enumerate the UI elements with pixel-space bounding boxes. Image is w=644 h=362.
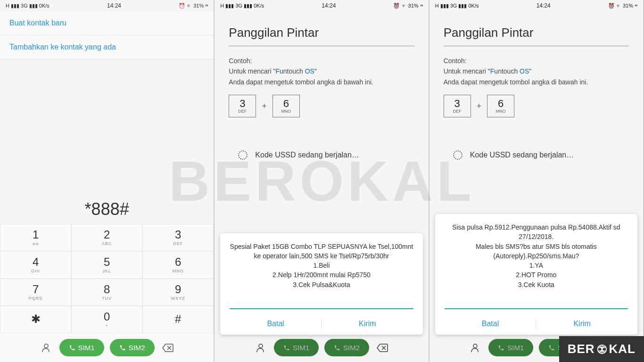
- plus-separator: +: [262, 101, 267, 111]
- key-star[interactable]: ✱: [0, 306, 71, 333]
- svg-point-1: [259, 344, 263, 348]
- smart-call-example: Contoh: Untuk mencari "Funtouch OS" Anda…: [229, 56, 414, 87]
- svg-point-2: [473, 344, 477, 348]
- smart-call-title: Panggilan Pintar: [229, 25, 414, 46]
- key-9[interactable]: 9WXYZ: [142, 279, 214, 306]
- key-5[interactable]: 5JKL: [71, 251, 142, 279]
- cancel-button[interactable]: Batal: [230, 313, 322, 335]
- phone-screen-2: H ▮▮▮ 3G ▮▮▮ 0K/s 14:24 ⏰ ᯤ 31% ▭ Panggi…: [215, 0, 429, 362]
- spinner-icon: [453, 150, 462, 160]
- status-battery: ⏰ ᯤ 31% ▭: [179, 3, 208, 9]
- key-0[interactable]: 0+: [71, 306, 142, 333]
- call-sim2-button[interactable]: SIM2: [110, 339, 155, 356]
- ussd-message: Spesial Paket 15GB Combo TLP SEPUASNYA k…: [230, 242, 413, 289]
- status-bar: H ▮▮▮ 3G ▮▮▮ 0K/s 14:24 ⏰ ᯤ 31% ▭: [429, 0, 643, 11]
- backspace-icon: [375, 340, 390, 355]
- create-contact-button[interactable]: Buat kontak baru: [0, 11, 214, 35]
- key-hash[interactable]: #: [142, 306, 214, 333]
- example-key-6: 6MNO: [272, 95, 300, 117]
- ussd-message: Sisa pulsa Rp.5912.Penggunaan pulsa Rp.5…: [445, 222, 628, 289]
- example-key-row: 3DEF + 6MNO: [229, 95, 414, 117]
- plus-separator: +: [477, 101, 482, 111]
- leaf-icon: [597, 344, 607, 354]
- spinner-icon: [238, 150, 248, 160]
- ussd-reply-input[interactable]: [230, 297, 413, 309]
- status-signal: H ▮▮▮ 3G ▮▮▮ 0K/s: [220, 3, 264, 9]
- key-6[interactable]: 6MNO: [142, 251, 214, 279]
- example-key-row: 3DEF + 6MNO: [444, 95, 629, 117]
- status-time: 14:24: [322, 2, 336, 9]
- key-1[interactable]: 1ᴑᴑ: [0, 224, 71, 251]
- call-sim1-button[interactable]: SIM1: [59, 339, 104, 356]
- status-time: 14:24: [107, 2, 121, 9]
- call-sim1-button: SIM1: [488, 339, 533, 356]
- status-signal: H ▮▮▮ 3G ▮▮▮ 0K/s: [6, 3, 50, 9]
- contacts-icon: [468, 340, 483, 355]
- ussd-dialog: Sisa pulsa Rp.5912.Penggunaan pulsa Rp.5…: [435, 214, 637, 335]
- ussd-reply-input[interactable]: [445, 297, 628, 309]
- svg-point-0: [44, 344, 48, 348]
- ussd-running-indicator: Kode USSD sedang berjalan…: [453, 150, 629, 160]
- contacts-icon: [253, 340, 268, 355]
- phone-screen-3: H ▮▮▮ 3G ▮▮▮ 0K/s 14:24 ⏰ ᯤ 31% ▭ Panggi…: [429, 0, 644, 362]
- status-bar: H ▮▮▮ 3G ▮▮▮ 0K/s 14:24 ⏰ ᯤ 31% ▭: [0, 0, 214, 11]
- example-key-3: 3DEF: [229, 95, 256, 117]
- status-battery: ⏰ ᯤ 31% ▭: [393, 3, 422, 9]
- status-time: 14:24: [537, 2, 551, 9]
- send-button[interactable]: Kirim: [536, 313, 628, 335]
- call-sim2-button: SIM2: [324, 339, 369, 356]
- smart-call-title: Panggilan Pintar: [444, 25, 629, 46]
- key-4[interactable]: 4GHI: [0, 251, 71, 279]
- key-7[interactable]: 7PQRS: [0, 279, 71, 306]
- key-3[interactable]: 3DEF: [142, 224, 214, 251]
- brand-badge: BER KAL: [559, 336, 644, 362]
- backspace-icon[interactable]: [160, 340, 175, 355]
- smart-call-example: Contoh: Untuk mencari "Funtouch OS" Anda…: [444, 56, 629, 87]
- call-action-bar: SIM1 SIM2: [215, 333, 428, 362]
- contacts-icon[interactable]: [39, 340, 54, 355]
- status-bar: H ▮▮▮ 3G ▮▮▮ 0K/s 14:24 ⏰ ᯤ 31% ▭: [215, 0, 428, 11]
- status-battery: ⏰ ᯤ 31% ▭: [608, 3, 637, 9]
- call-action-bar: SIM1 SIM2: [0, 333, 214, 362]
- phone-screen-1: H ▮▮▮ 3G ▮▮▮ 0K/s 14:24 ⏰ ᯤ 31% ▭ Buat k…: [0, 0, 215, 362]
- call-sim1-button: SIM1: [274, 339, 319, 356]
- ussd-running-indicator: Kode USSD sedang berjalan…: [238, 150, 414, 160]
- ussd-dialog: Spesial Paket 15GB Combo TLP SEPUASNYA k…: [220, 233, 422, 335]
- status-signal: H ▮▮▮ 3G ▮▮▮ 0K/s: [435, 3, 479, 9]
- key-2[interactable]: 2ABC: [71, 224, 142, 251]
- add-to-contact-button[interactable]: Tambahkan ke kontak yang ada: [0, 35, 214, 59]
- send-button[interactable]: Kirim: [322, 313, 413, 335]
- dialed-number-display: *888#: [0, 190, 214, 224]
- cancel-button[interactable]: Batal: [445, 313, 537, 335]
- dialer-keypad: 1ᴑᴑ 2ABC 3DEF 4GHI 5JKL 6MNO 7PQRS 8TUV …: [0, 224, 214, 333]
- example-key-6: 6MNO: [487, 95, 514, 117]
- example-key-3: 3DEF: [444, 95, 471, 117]
- key-8[interactable]: 8TUV: [71, 279, 142, 306]
